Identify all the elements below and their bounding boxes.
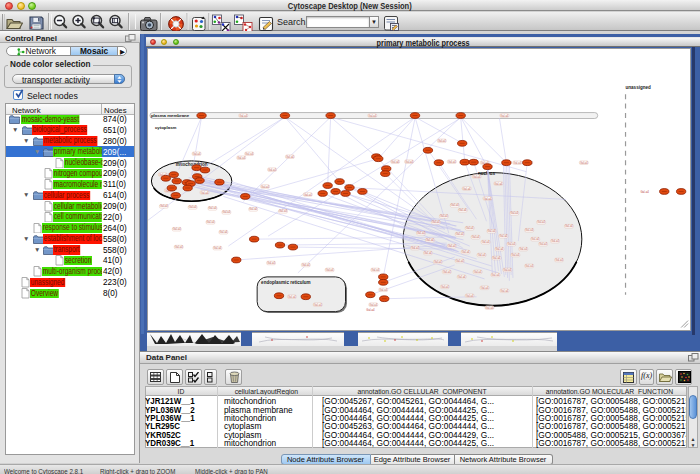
svg-text:unassigned: unassigned [625, 84, 650, 89]
svg-text:Gal-a4: Gal-a4 [457, 274, 465, 278]
svg-text:Gal-a4: Gal-a4 [279, 209, 287, 213]
svg-text:Gal-a4: Gal-a4 [551, 239, 559, 243]
svg-text:Gal-a4: Gal-a4 [237, 155, 245, 159]
svg-text:cytoplasm: cytoplasm [154, 124, 176, 129]
svg-text:Gal-a4: Gal-a4 [447, 159, 455, 163]
svg-text:Gal-a4: Gal-a4 [455, 259, 463, 263]
svg-text:Gal-a4: Gal-a4 [192, 151, 200, 155]
svg-text:Gal-a4: Gal-a4 [219, 230, 227, 234]
svg-text:Gal-a4: Gal-a4 [371, 268, 379, 272]
svg-text:Gal-a4: Gal-a4 [507, 242, 515, 246]
svg-text:Gal-a4: Gal-a4 [268, 167, 276, 171]
svg-text:Gal-a4: Gal-a4 [531, 237, 539, 241]
svg-text:Gal-a4: Gal-a4 [239, 113, 247, 117]
svg-text:Gal-a4: Gal-a4 [500, 288, 508, 292]
svg-text:Gal-a4: Gal-a4 [391, 159, 399, 163]
svg-text:Gal-a4: Gal-a4 [492, 256, 500, 260]
svg-text:Gal-a4: Gal-a4 [174, 245, 182, 249]
svg-text:Gal-a4: Gal-a4 [208, 206, 216, 210]
svg-text:Gal-a4: Gal-a4 [510, 211, 518, 215]
svg-text:Gal-a4: Gal-a4 [301, 263, 309, 267]
svg-text:Gal-a4: Gal-a4 [206, 220, 214, 224]
svg-text:Gal-a4: Gal-a4 [499, 234, 507, 238]
svg-text:endoplasmic reticulum: endoplasmic reticulum [261, 279, 311, 284]
svg-text:Gal-a4: Gal-a4 [424, 251, 432, 255]
svg-text:Gal-a4: Gal-a4 [369, 302, 377, 306]
svg-text:Gal-a4: Gal-a4 [267, 261, 275, 265]
svg-text:Gal-a4: Gal-a4 [433, 260, 441, 264]
svg-text:Gal-a4: Gal-a4 [477, 253, 485, 257]
svg-text:Gal-a4: Gal-a4 [417, 231, 425, 235]
svg-text:Gal-a4: Gal-a4 [222, 210, 230, 214]
svg-text:Gal-a4: Gal-a4 [200, 190, 208, 194]
svg-text:Gal-a4: Gal-a4 [519, 247, 527, 251]
svg-text:Gal-a4: Gal-a4 [465, 226, 473, 230]
svg-text:Gal-a4: Gal-a4 [159, 204, 167, 208]
svg-text:Gal-a4: Gal-a4 [426, 238, 434, 242]
svg-text:Gal-a4: Gal-a4 [303, 192, 311, 196]
svg-text:Gal-a4: Gal-a4 [513, 160, 521, 164]
svg-text:Gal-a4: Gal-a4 [485, 305, 493, 309]
svg-text:Gal-a4: Gal-a4 [465, 293, 473, 297]
svg-text:Gal-a4: Gal-a4 [213, 246, 221, 250]
svg-text:Gal-a4: Gal-a4 [471, 235, 479, 239]
svg-text:Gal-a4: Gal-a4 [481, 240, 489, 244]
svg-text:Gal-a4: Gal-a4 [539, 242, 547, 246]
svg-text:Gal-a4: Gal-a4 [525, 264, 533, 268]
svg-text:Gal-a4: Gal-a4 [565, 224, 573, 228]
svg-text:Gal-a4: Gal-a4 [188, 205, 196, 209]
svg-text:Gal-a4: Gal-a4 [249, 207, 257, 211]
svg-text:Gal-a4: Gal-a4 [555, 258, 563, 262]
svg-text:Gal-a4: Gal-a4 [503, 268, 511, 272]
svg-text:Gal-a4: Gal-a4 [462, 186, 470, 190]
svg-text:Gal-a4: Gal-a4 [640, 189, 649, 193]
svg-text:Gal-a4: Gal-a4 [440, 284, 448, 288]
svg-text:Gal-a4: Gal-a4 [495, 247, 503, 251]
svg-text:Gal-a4: Gal-a4 [442, 270, 450, 274]
svg-text:Gal-a4: Gal-a4 [455, 232, 463, 236]
svg-text:Gal-a4: Gal-a4 [487, 229, 495, 233]
svg-text:Gal-a4: Gal-a4 [379, 287, 387, 291]
svg-text:Gal-a4: Gal-a4 [325, 268, 333, 272]
svg-text:Gal-a4: Gal-a4 [411, 246, 419, 250]
svg-text:Gal-a4: Gal-a4 [494, 181, 502, 185]
svg-text:Gal-a4: Gal-a4 [450, 203, 458, 207]
svg-text:Gal-a4: Gal-a4 [172, 227, 180, 231]
svg-text:Gal-a4: Gal-a4 [491, 272, 499, 276]
svg-text:Gal-a4: Gal-a4 [458, 208, 466, 212]
svg-text:Gal-a4: Gal-a4 [439, 214, 447, 218]
svg-text:Gal-a4: Gal-a4 [500, 113, 508, 117]
svg-text:Gal-a4: Gal-a4 [286, 154, 294, 158]
svg-text:Gal-a4: Gal-a4 [579, 160, 587, 164]
svg-text:Gal-a4: Gal-a4 [473, 270, 481, 274]
svg-text:Gal-a4: Gal-a4 [447, 244, 455, 248]
svg-text:Gal-a4: Gal-a4 [366, 307, 375, 311]
svg-text:Gal-a4: Gal-a4 [461, 250, 469, 254]
svg-text:Gal-a4: Gal-a4 [313, 302, 321, 306]
svg-text:Gal-a4: Gal-a4 [288, 294, 296, 298]
svg-text:Gal-a4: Gal-a4 [261, 184, 269, 188]
svg-text:Gal-a4: Gal-a4 [472, 174, 480, 178]
svg-text:Gal-a4: Gal-a4 [537, 220, 545, 224]
svg-text:Gal-a4: Gal-a4 [245, 151, 253, 155]
svg-text:Gal-a4: Gal-a4 [368, 113, 376, 117]
svg-text:Gal-a4: Gal-a4 [483, 196, 491, 200]
svg-text:Gal-a4: Gal-a4 [480, 285, 488, 289]
svg-text:Gal-a4: Gal-a4 [511, 253, 519, 257]
svg-text:Gal-a4: Gal-a4 [525, 228, 533, 232]
svg-text:Gal-a4: Gal-a4 [405, 159, 413, 163]
svg-text:Gal-a4: Gal-a4 [432, 220, 440, 224]
svg-text:Gal-a4: Gal-a4 [437, 138, 445, 142]
svg-text:plasma membrane: plasma membrane [150, 113, 189, 118]
